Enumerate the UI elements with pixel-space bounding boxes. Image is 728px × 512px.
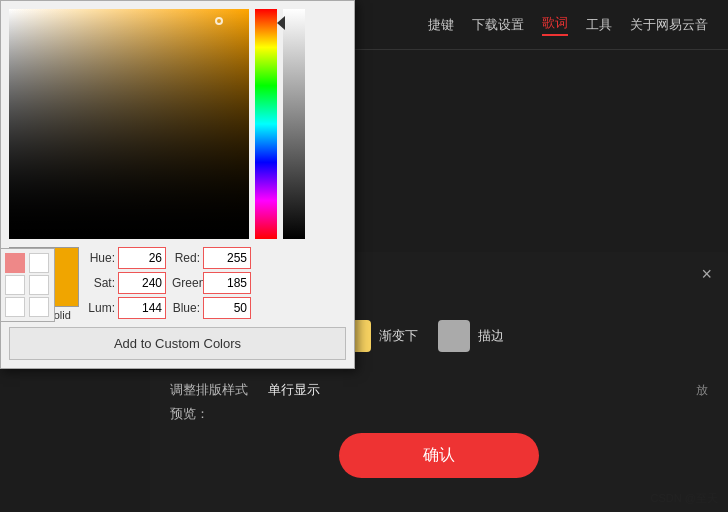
lum-label: Lum:	[87, 301, 115, 315]
nav-item-download[interactable]: 下载设置	[472, 16, 524, 34]
green-label: Green:	[172, 276, 200, 290]
blue-row: Blue:	[172, 297, 251, 319]
picker-bottom-controls: Color|Solid Hue: Sat: Lum:	[9, 247, 346, 321]
swatch-4[interactable]	[29, 275, 49, 295]
red-row: Red:	[172, 247, 251, 269]
bw-bar	[283, 9, 305, 239]
picker-crosshair	[215, 17, 223, 25]
hue-row: Hue:	[87, 247, 166, 269]
confirm-button[interactable]: 确认	[339, 433, 539, 478]
sat-label: Sat:	[87, 276, 115, 290]
nav-item-lyrics[interactable]: 歌词	[542, 14, 568, 36]
bw-bar-container[interactable]	[283, 9, 305, 239]
lum-row: Lum:	[87, 297, 166, 319]
green-row: Green:	[172, 272, 251, 294]
nav-item-about[interactable]: 关于网易云音	[630, 16, 708, 34]
preview-label: 预览：	[170, 405, 209, 423]
swatch-5[interactable]	[5, 297, 25, 317]
sat-row: Sat:	[87, 272, 166, 294]
red-input[interactable]	[203, 247, 251, 269]
hue-bar-container[interactable]	[255, 9, 277, 239]
color-gradient-area[interactable]	[9, 9, 249, 239]
color-values-group: Hue: Sat: Lum: Red: Green:	[87, 247, 346, 321]
adjust-layout-label: 调整排版样式	[170, 381, 248, 399]
nav-item-shortcut[interactable]: 捷键	[428, 16, 454, 34]
sat-input[interactable]	[118, 272, 166, 294]
lum-input[interactable]	[118, 297, 166, 319]
swatch-3[interactable]	[5, 275, 25, 295]
hsl-group: Hue: Sat: Lum:	[87, 247, 166, 321]
hue-label: Hue:	[87, 251, 115, 265]
rgb-group: Red: Green: Blue:	[172, 247, 251, 321]
swatch-2[interactable]	[29, 253, 49, 273]
custom-swatches-area	[0, 248, 55, 322]
color-option-label-gradient-down: 渐变下	[379, 327, 418, 345]
blue-input[interactable]	[203, 297, 251, 319]
preview-row: 预览：	[170, 405, 708, 423]
swatch-1[interactable]	[5, 253, 25, 273]
right-label: 放	[696, 382, 708, 399]
red-label: Red:	[172, 251, 200, 265]
layout-select-value[interactable]: 单行显示	[268, 381, 320, 399]
green-input[interactable]	[203, 272, 251, 294]
color-option-label-outline: 描边	[478, 327, 504, 345]
picker-top-area	[9, 9, 346, 239]
layout-row: 调整排版样式 单行显示 放	[170, 381, 708, 399]
hue-arrow	[277, 16, 285, 30]
hue-bar	[255, 9, 277, 239]
dialog-close-button[interactable]: ×	[701, 264, 712, 285]
add-custom-colors-button[interactable]: Add to Custom Colors	[9, 327, 346, 360]
color-option-outline[interactable]: 描边	[438, 320, 504, 352]
hue-input[interactable]	[118, 247, 166, 269]
nav-item-tools[interactable]: 工具	[586, 16, 612, 34]
color-dot-outline	[438, 320, 470, 352]
swatch-6[interactable]	[29, 297, 49, 317]
blue-label: Blue:	[172, 301, 200, 315]
